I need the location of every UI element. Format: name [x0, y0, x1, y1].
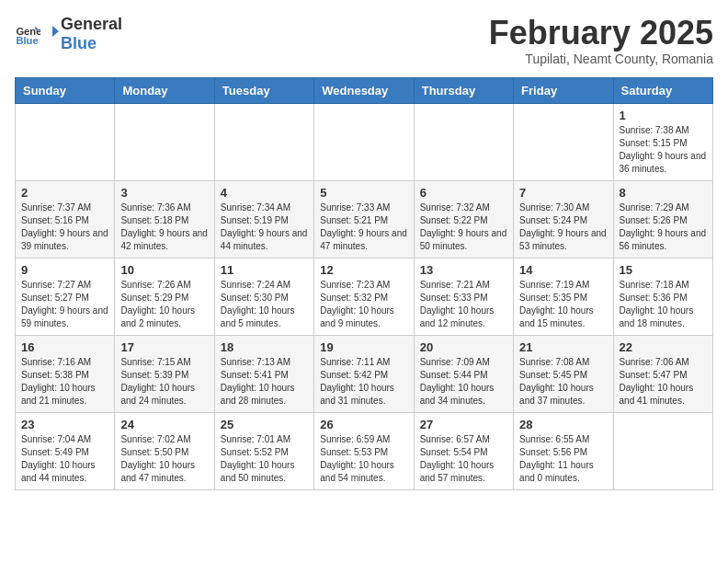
calendar-week-3: 9Sunrise: 7:27 AM Sunset: 5:27 PM Daylig…: [16, 258, 713, 335]
page-header: General Blue General Blue February 2025 …: [15, 15, 713, 66]
day-number: 12: [320, 263, 407, 277]
day-number: 16: [21, 340, 108, 354]
day-number: 10: [120, 263, 208, 277]
day-info: Sunrise: 7:02 AM Sunset: 5:50 PM Dayligh…: [120, 433, 208, 485]
calendar-table: SundayMondayTuesdayWednesdayThursdayFrid…: [15, 77, 713, 490]
calendar-week-4: 16Sunrise: 7:16 AM Sunset: 5:38 PM Dayli…: [16, 335, 713, 412]
day-number: 19: [320, 340, 407, 354]
calendar-cell-w4-d7: 22Sunrise: 7:06 AM Sunset: 5:47 PM Dayli…: [613, 335, 712, 412]
day-info: Sunrise: 7:36 AM Sunset: 5:18 PM Dayligh…: [120, 201, 208, 253]
calendar-cell-w5-d7: [613, 412, 712, 489]
day-number: 18: [221, 340, 308, 354]
day-info: Sunrise: 6:57 AM Sunset: 5:54 PM Dayligh…: [420, 433, 507, 485]
day-info: Sunrise: 7:13 AM Sunset: 5:41 PM Dayligh…: [221, 356, 308, 408]
svg-text:Blue: Blue: [16, 35, 38, 46]
calendar-cell-w5-d5: 27Sunrise: 6:57 AM Sunset: 5:54 PM Dayli…: [414, 412, 513, 489]
day-number: 11: [221, 263, 308, 277]
calendar-week-1: 1Sunrise: 7:38 AM Sunset: 5:15 PM Daylig…: [16, 103, 713, 180]
day-number: 21: [519, 340, 607, 354]
day-number: 23: [21, 418, 108, 431]
calendar-cell-w3-d7: 15Sunrise: 7:18 AM Sunset: 5:36 PM Dayli…: [613, 258, 712, 335]
day-info: Sunrise: 7:34 AM Sunset: 5:19 PM Dayligh…: [221, 201, 308, 253]
day-number: 22: [620, 340, 707, 354]
day-number: 25: [221, 418, 308, 431]
logo: General Blue General Blue: [15, 15, 122, 53]
logo-text-general: General: [61, 15, 122, 33]
calendar-cell-w2-d3: 4Sunrise: 7:34 AM Sunset: 5:19 PM Daylig…: [214, 180, 313, 258]
calendar-cell-w1-d3: [214, 103, 313, 180]
calendar-cell-w1-d7: 1Sunrise: 7:38 AM Sunset: 5:15 PM Daylig…: [613, 103, 712, 180]
day-info: Sunrise: 7:32 AM Sunset: 5:22 PM Dayligh…: [420, 201, 507, 253]
calendar-cell-w5-d2: 24Sunrise: 7:02 AM Sunset: 5:50 PM Dayli…: [115, 412, 214, 489]
calendar-cell-w2-d5: 6Sunrise: 7:32 AM Sunset: 5:22 PM Daylig…: [414, 180, 513, 258]
day-info: Sunrise: 7:37 AM Sunset: 5:16 PM Dayligh…: [21, 201, 108, 253]
day-info: Sunrise: 7:11 AM Sunset: 5:42 PM Dayligh…: [320, 356, 407, 408]
calendar-cell-w1-d4: [314, 103, 414, 180]
calendar-week-2: 2Sunrise: 7:37 AM Sunset: 5:16 PM Daylig…: [16, 180, 713, 258]
calendar-cell-w2-d6: 7Sunrise: 7:30 AM Sunset: 5:24 PM Daylig…: [514, 180, 613, 258]
logo-text-blue: Blue: [61, 34, 97, 52]
calendar-cell-w3-d6: 14Sunrise: 7:19 AM Sunset: 5:35 PM Dayli…: [514, 258, 613, 335]
logo-flag-icon: [44, 24, 61, 44]
day-number: 28: [519, 418, 607, 431]
calendar-cell-w3-d1: 9Sunrise: 7:27 AM Sunset: 5:27 PM Daylig…: [16, 258, 115, 335]
calendar-cell-w3-d2: 10Sunrise: 7:26 AM Sunset: 5:29 PM Dayli…: [115, 258, 214, 335]
weekday-header-friday: Friday: [514, 77, 613, 103]
day-info: Sunrise: 7:27 AM Sunset: 5:27 PM Dayligh…: [21, 279, 108, 330]
day-number: 7: [519, 186, 607, 200]
day-info: Sunrise: 7:26 AM Sunset: 5:29 PM Dayligh…: [120, 279, 208, 330]
day-number: 9: [21, 263, 108, 277]
day-info: Sunrise: 7:04 AM Sunset: 5:49 PM Dayligh…: [21, 433, 108, 485]
day-info: Sunrise: 7:09 AM Sunset: 5:44 PM Dayligh…: [420, 356, 507, 408]
calendar-cell-w4-d2: 17Sunrise: 7:15 AM Sunset: 5:39 PM Dayli…: [115, 335, 214, 412]
day-info: Sunrise: 7:06 AM Sunset: 5:47 PM Dayligh…: [620, 356, 707, 408]
day-info: Sunrise: 7:23 AM Sunset: 5:32 PM Dayligh…: [320, 279, 407, 330]
day-number: 15: [620, 263, 707, 277]
calendar-cell-w5-d1: 23Sunrise: 7:04 AM Sunset: 5:49 PM Dayli…: [16, 412, 115, 489]
calendar-cell-w5-d3: 25Sunrise: 7:01 AM Sunset: 5:52 PM Dayli…: [214, 412, 313, 489]
calendar-cell-w2-d4: 5Sunrise: 7:33 AM Sunset: 5:21 PM Daylig…: [314, 180, 414, 258]
calendar-cell-w4-d1: 16Sunrise: 7:16 AM Sunset: 5:38 PM Dayli…: [16, 335, 115, 412]
calendar-cell-w2-d1: 2Sunrise: 7:37 AM Sunset: 5:16 PM Daylig…: [16, 180, 115, 258]
day-info: Sunrise: 7:08 AM Sunset: 5:45 PM Dayligh…: [519, 356, 607, 408]
day-number: 14: [519, 263, 607, 277]
day-number: 6: [420, 186, 507, 200]
day-number: 1: [620, 109, 707, 122]
day-info: Sunrise: 7:15 AM Sunset: 5:39 PM Dayligh…: [120, 356, 208, 408]
calendar-cell-w1-d5: [414, 103, 513, 180]
day-number: 24: [120, 418, 208, 431]
day-info: Sunrise: 7:33 AM Sunset: 5:21 PM Dayligh…: [320, 201, 407, 253]
calendar-cell-w3-d3: 11Sunrise: 7:24 AM Sunset: 5:30 PM Dayli…: [214, 258, 313, 335]
calendar-cell-w1-d2: [115, 103, 214, 180]
day-number: 4: [221, 186, 308, 200]
location-subtitle: Tupilati, Neamt County, Romania: [489, 52, 713, 66]
day-number: 17: [120, 340, 208, 354]
day-info: Sunrise: 7:24 AM Sunset: 5:30 PM Dayligh…: [221, 279, 308, 330]
calendar-cell-w3-d4: 12Sunrise: 7:23 AM Sunset: 5:32 PM Dayli…: [314, 258, 414, 335]
weekday-header-monday: Monday: [115, 77, 214, 103]
calendar-week-5: 23Sunrise: 7:04 AM Sunset: 5:49 PM Dayli…: [16, 412, 713, 489]
calendar-cell-w5-d4: 26Sunrise: 6:59 AM Sunset: 5:53 PM Dayli…: [314, 412, 414, 489]
weekday-header-tuesday: Tuesday: [214, 77, 313, 103]
calendar-cell-w2-d7: 8Sunrise: 7:29 AM Sunset: 5:26 PM Daylig…: [613, 180, 712, 258]
day-number: 27: [420, 418, 507, 431]
day-number: 26: [320, 418, 407, 431]
calendar-cell-w1-d6: [514, 103, 613, 180]
day-info: Sunrise: 7:21 AM Sunset: 5:33 PM Dayligh…: [420, 279, 507, 330]
calendar-cell-w1-d1: [16, 103, 115, 180]
weekday-header-wednesday: Wednesday: [314, 77, 414, 103]
title-block: February 2025 Tupilati, Neamt County, Ro…: [489, 15, 713, 66]
day-number: 13: [420, 263, 507, 277]
calendar-cell-w2-d2: 3Sunrise: 7:36 AM Sunset: 5:18 PM Daylig…: [115, 180, 214, 258]
day-info: Sunrise: 7:30 AM Sunset: 5:24 PM Dayligh…: [519, 201, 607, 253]
day-info: Sunrise: 7:18 AM Sunset: 5:36 PM Dayligh…: [620, 279, 707, 330]
day-info: Sunrise: 7:19 AM Sunset: 5:35 PM Dayligh…: [519, 279, 607, 330]
day-number: 2: [21, 186, 108, 200]
day-info: Sunrise: 6:55 AM Sunset: 5:56 PM Dayligh…: [519, 433, 607, 485]
day-number: 5: [320, 186, 407, 200]
calendar-cell-w3-d5: 13Sunrise: 7:21 AM Sunset: 5:33 PM Dayli…: [414, 258, 513, 335]
day-number: 20: [420, 340, 507, 354]
weekday-header-thursday: Thursday: [414, 77, 513, 103]
month-title: February 2025: [489, 15, 713, 52]
calendar-cell-w4-d6: 21Sunrise: 7:08 AM Sunset: 5:45 PM Dayli…: [514, 335, 613, 412]
